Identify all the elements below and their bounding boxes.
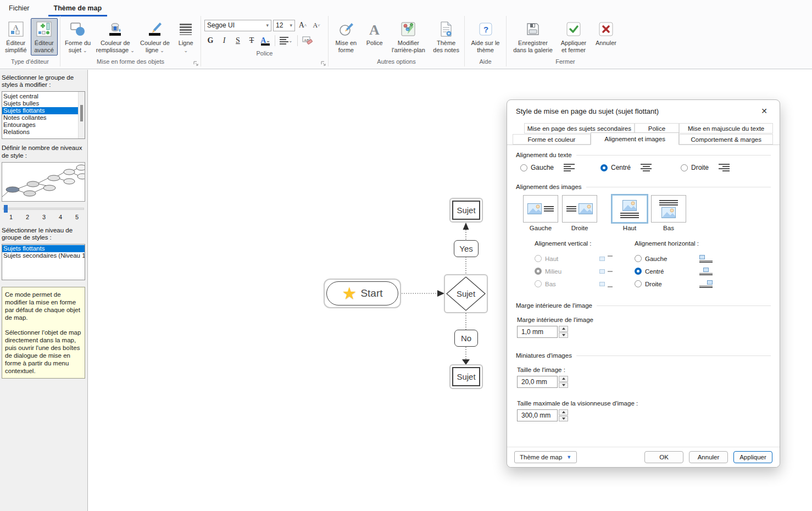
node-start[interactable]: ★ Start: [324, 279, 401, 308]
edit-background-button[interactable]: Modifier l'arrière-plan: [388, 18, 430, 55]
text-lines-icon: [566, 206, 576, 212]
close-icon[interactable]: ✕: [758, 105, 771, 116]
list-item-selected[interactable]: Sujets flottants: [2, 245, 85, 252]
image-size-input[interactable]: 20,0 mm: [517, 376, 558, 388]
list-item[interactable]: Entourages: [2, 121, 85, 129]
slider-thumb[interactable]: [4, 205, 8, 213]
level-select-label: Sélectionner le niveau de groupe de styl…: [2, 227, 85, 241]
combo-arrow-icon: ▾: [266, 23, 269, 28]
spin-down-button[interactable]: [559, 382, 568, 388]
level-slider[interactable]: [3, 205, 84, 213]
cancel-dialog-button[interactable]: Annuler: [689, 451, 728, 463]
radio-centre-h[interactable]: [635, 268, 642, 275]
info-note: Ce mode permet de modifier la mise en fo…: [2, 287, 85, 379]
police-button[interactable]: A Police: [363, 18, 387, 49]
spin-down-button[interactable]: [559, 332, 568, 338]
apply-and-close-button[interactable]: Appliquer et fermer: [557, 18, 591, 55]
viewer-max-size-input[interactable]: 300,0 mm: [517, 409, 558, 421]
group-label-fermer: Fermer: [509, 57, 622, 66]
font-color-button[interactable]: A⌄: [259, 35, 271, 47]
underline-button[interactable]: S: [232, 35, 244, 47]
strikethrough-button[interactable]: T: [246, 35, 258, 47]
triangle-down-icon: [562, 334, 565, 336]
text-align-button[interactable]: ⌄: [279, 35, 294, 47]
group-label-type-editeur: Type d'éditeur: [2, 57, 58, 66]
line-button[interactable]: Ligne⌄: [174, 18, 198, 55]
floppy-disk-icon: [525, 20, 541, 38]
info-paragraph: Ce mode permet de modifier la mise en fo…: [5, 291, 82, 321]
list-item[interactable]: Relations: [2, 129, 85, 136]
triangle-down-icon: [562, 418, 565, 420]
spin-up-button[interactable]: [559, 376, 568, 382]
spin-down-button[interactable]: [559, 416, 568, 422]
apply-button[interactable]: Appliquer: [733, 451, 772, 463]
lines-icon: [179, 20, 193, 38]
node-sujet-bottom[interactable]: Sujet: [449, 364, 483, 389]
save-gallery-button[interactable]: Enregistrer dans la galerie: [510, 18, 555, 55]
theme-help-button[interactable]: ? Aide sur le thème: [469, 18, 503, 55]
font-name-combobox[interactable]: Segoe UI▾: [204, 20, 271, 31]
image-size-spinner: 20,0 mm: [517, 376, 771, 388]
styles-sidebar: Sélectionner le groupe de styles à modif…: [0, 70, 88, 511]
slider-track[interactable]: [3, 208, 84, 210]
dialog-launcher-icon[interactable]: [321, 59, 326, 64]
scrollbar[interactable]: [78, 92, 85, 138]
dialog-title: Style de mise en page du sujet (sujet fl…: [516, 107, 659, 115]
list-item[interactable]: Sujet central: [2, 93, 85, 100]
radio-gauche-h[interactable]: [635, 255, 642, 262]
font-size-combobox[interactable]: 12▾: [273, 20, 295, 31]
node-yes[interactable]: Yes: [454, 240, 479, 257]
chevron-down-icon: ⌄: [130, 48, 135, 53]
level-listbox[interactable]: Sujets flottants Sujets secondaires (Niv…: [2, 244, 85, 280]
shrink-font-button[interactable]: A˅: [310, 19, 322, 31]
image-align-left-button[interactable]: [523, 195, 558, 223]
format-button[interactable]: Mise en forme: [331, 18, 361, 55]
image-margin-input[interactable]: 1,0 mm: [517, 326, 558, 338]
chevron-down-icon: ⌄: [160, 48, 164, 53]
image-align-top-button[interactable]: [612, 195, 647, 223]
cancel-button[interactable]: Annuler: [592, 18, 620, 49]
image-align-bottom-button[interactable]: [651, 195, 686, 223]
group-aide: ? Aide sur le thème Aide: [465, 16, 507, 66]
tab-alignement-et-images[interactable]: Alignement et images: [591, 132, 680, 145]
tab-fichier[interactable]: Fichier: [7, 1, 32, 15]
bold-button[interactable]: G: [204, 35, 216, 47]
notes-theme-button[interactable]: Thème des notes: [430, 18, 462, 55]
list-item[interactable]: Sujets secondaires (Niveau 1 +: [2, 252, 85, 259]
scrollbar-thumb[interactable]: [80, 105, 83, 121]
radio-droite-h[interactable]: [635, 280, 642, 287]
radio-droite[interactable]: [681, 164, 688, 171]
simplified-editor-button[interactable]: A Éditeur simplifié: [2, 18, 30, 55]
topic-shape-button[interactable]: Forme du sujet ⌄: [63, 18, 93, 55]
tab-mise-en-majuscule[interactable]: Mise en majuscule du texte: [679, 123, 773, 134]
line-color-button[interactable]: Couleur de ligne ⌄: [137, 18, 172, 55]
node-sujet-diamond[interactable]: Sujet: [444, 274, 488, 313]
radio-centre[interactable]: [600, 164, 608, 171]
dialog-launcher-icon[interactable]: [193, 59, 199, 64]
group-label-police: Police: [203, 49, 326, 58]
picture-icon: [661, 207, 676, 218]
star-icon: ★: [342, 285, 357, 302]
spin-up-button[interactable]: [559, 326, 568, 332]
node-no[interactable]: No: [454, 330, 478, 347]
tab-comportement-marges[interactable]: Comportement & marges: [679, 134, 773, 145]
ok-button[interactable]: OK: [644, 451, 683, 463]
node-label: Start: [360, 287, 382, 299]
radio-label: Centré: [611, 164, 631, 171]
node-sujet-top[interactable]: Sujet: [449, 198, 483, 223]
clear-formatting-button[interactable]: AB: [301, 35, 314, 47]
style-group-listbox[interactable]: Sujet central Sujets bulles Sujets flott…: [2, 91, 85, 139]
image-align-right-button[interactable]: [562, 195, 597, 223]
theme-de-map-dropdown[interactable]: Thème de map ▼: [514, 451, 577, 463]
list-item[interactable]: Notes collantes: [2, 114, 85, 121]
tab-theme-de-map[interactable]: Thème de map: [52, 1, 104, 15]
spin-up-button[interactable]: [559, 409, 568, 415]
grow-font-button[interactable]: A˄: [297, 19, 309, 31]
radio-gauche[interactable]: [520, 164, 527, 171]
italic-button[interactable]: I: [218, 35, 230, 47]
list-item[interactable]: Sujets bulles: [2, 100, 85, 107]
tab-forme-et-couleur[interactable]: Forme et couleur: [513, 134, 591, 145]
advanced-editor-button[interactable]: Éditeur avancé: [31, 18, 58, 55]
list-item-selected[interactable]: Sujets flottants: [2, 107, 85, 114]
fill-color-button[interactable]: Couleur de remplissage ⌄: [94, 18, 136, 55]
